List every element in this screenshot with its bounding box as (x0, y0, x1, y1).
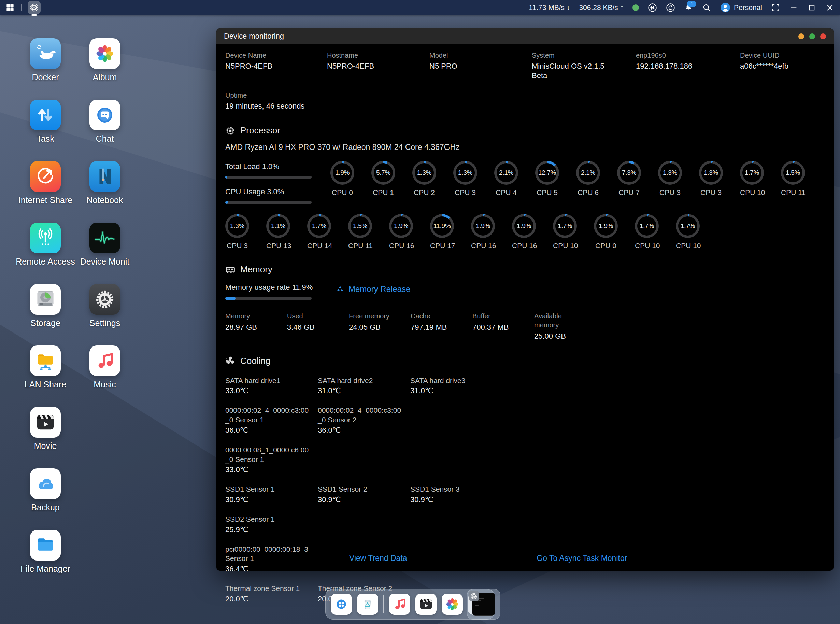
cpu-usage-percent: 1.9% (476, 222, 490, 230)
memory-stat: Memory28.97 GB (225, 312, 287, 341)
cpu-usage-percent: 1.3% (230, 222, 244, 230)
info-field-value: a06c******4efb (740, 62, 820, 71)
desktop-icon-album[interactable]: Album (90, 38, 120, 82)
dock-icon-launcher[interactable] (331, 594, 352, 615)
cpu-core-gauge: 1.7%CPU 10 (676, 214, 700, 250)
desktop-icon-task[interactable]: Task (30, 100, 61, 144)
desktop-icon-storage[interactable]: Storage (30, 284, 61, 328)
memory-stat-value: 3.46 GB (287, 323, 349, 332)
cpu-core-gauge: 1.7%CPU 10 (740, 161, 764, 204)
desktop-icon-music[interactable]: Music (90, 346, 120, 389)
app-grid-icon[interactable] (5, 3, 15, 12)
sensor-name: SSD1 Sensor 1 (225, 484, 310, 494)
ram-icon (225, 264, 236, 275)
memory-stat-value: 28.97 GB (225, 323, 287, 332)
cpu-usage-percent: 2.1% (581, 169, 595, 176)
desktop-icon-movie[interactable]: Movie (30, 407, 61, 451)
fullscreen-icon[interactable] (771, 3, 780, 12)
desktop-icon-device-monitor[interactable]: Device Monit (90, 222, 120, 267)
desktop-icon-column-right: AlbumChatNotebookDevice MonitSettingsMus… (90, 38, 120, 389)
cooling-sensor-row: 0000:00:08_1_0000:c6:00_0 Sensor 133.0℃ (225, 445, 825, 474)
close-icon[interactable] (825, 3, 835, 12)
dock-icon-album[interactable] (442, 594, 463, 615)
minimize-icon[interactable] (789, 3, 798, 12)
info-field-label: Device Name (225, 51, 327, 59)
sensor-name: Thermal zone Sensor 1 (225, 584, 310, 593)
desktop-icon-notebook[interactable]: Notebook (90, 161, 120, 205)
cpu-core-gauge: 1.3%CPU 3 (453, 161, 477, 204)
dock-icon-music[interactable] (389, 594, 410, 615)
memory-release-button[interactable]: Memory Release (335, 283, 410, 294)
running-app-device-monitor[interactable] (28, 1, 41, 14)
settings-icon (93, 288, 116, 311)
cpu-core-label: CPU 3 (225, 242, 249, 250)
info-field: SystemMinisCloud OS v2.1.5 Beta (532, 51, 636, 80)
memory-release-label: Memory Release (349, 284, 410, 294)
user-menu[interactable]: Personal (720, 2, 762, 12)
cpu-usage-percent: 1.7% (312, 222, 326, 230)
desktop-icon-label: Album (93, 73, 117, 82)
sync-icon[interactable] (666, 3, 675, 12)
cpu-usage-percent: 11.9% (434, 222, 451, 230)
uptime-value: 19 minutes, 46 seconds (225, 101, 825, 111)
desktop-icon-label: Docker (32, 73, 59, 82)
memory-stat-label: Buffer (472, 312, 515, 321)
desktop-icon-label: LAN Share (25, 380, 66, 389)
maximize-icon[interactable] (807, 3, 817, 12)
desktop-icon-file-manager[interactable]: File Manager (30, 530, 61, 574)
task-icon (34, 103, 57, 127)
desktop-icon-lan-share[interactable]: LAN Share (30, 346, 61, 389)
search-icon[interactable] (702, 3, 711, 12)
sensor-temperature: 25.9℃ (225, 525, 318, 534)
notifications-bell-icon[interactable]: 1 (684, 3, 693, 12)
desktop-icon-settings[interactable]: Settings (90, 284, 120, 328)
desktop-icon-internet-share[interactable]: Internet Share (30, 161, 61, 205)
cpu-usage-bar (225, 201, 312, 204)
cpu-core-label: CPU 10 (676, 242, 700, 250)
cpu-core-gauge: 1.9%CPU 16 (471, 214, 495, 250)
info-field: Device NameN5PRO-4EFB (225, 51, 327, 80)
minimize-traffic-button[interactable] (798, 34, 804, 39)
desktop-icon-label: Settings (90, 318, 120, 328)
transfer-icon[interactable] (648, 3, 657, 12)
sensor-name: SSD1 Sensor 2 (318, 484, 402, 494)
desktop-icon-remote-access[interactable]: Remote Access (30, 222, 61, 267)
memory-stat-label: Available memory (534, 312, 577, 329)
download-arrow-icon: ↓ (567, 3, 570, 11)
cpu-core-gauge: 1.3%CPU 3 (658, 161, 682, 204)
memory-stat-label: Memory (225, 312, 268, 321)
close-traffic-button[interactable] (820, 34, 826, 39)
desktop-icon-backup[interactable]: Backup (30, 468, 61, 512)
dock-window-thumbnail-slot (467, 589, 500, 619)
memory-stat: Available memory25.00 GB (534, 312, 825, 341)
desktop-icon-chat[interactable]: Chat (90, 100, 120, 144)
info-field-label: enp196s0 (636, 51, 740, 59)
cooling-sensor: SSD1 Sensor 330.9℃ (410, 484, 503, 504)
cpu-core-gauge: 1.3%CPU 2 (412, 161, 436, 204)
status-dot-icon[interactable] (633, 5, 639, 11)
cpu-core-gauge: 1.9%CPU 0 (330, 161, 354, 204)
window-titlebar[interactable]: Device monitoring (216, 28, 834, 44)
dock-icon-movie[interactable] (415, 594, 437, 615)
cpu-core-gauge: 1.7%CPU 10 (553, 214, 577, 250)
maximize-traffic-button[interactable] (809, 34, 815, 39)
device-monitoring-window-thumbnail[interactable] (472, 593, 495, 616)
go-to-async-task-monitor-link[interactable]: Go To Async Task Monitor (537, 554, 627, 563)
upload-arrow-icon: ↑ (620, 3, 624, 11)
fan-icon (225, 356, 236, 366)
sensor-temperature: 30.9℃ (410, 495, 503, 504)
cpu-core-label: CPU 0 (330, 188, 354, 197)
album-icon (93, 42, 116, 65)
running-indicator (31, 14, 37, 16)
desktop-icon-label: Movie (34, 441, 57, 451)
desktop-icon-docker[interactable]: Docker (30, 38, 61, 82)
total-load-bar (225, 176, 312, 179)
window-title: Device monitoring (224, 32, 284, 41)
cpu-core-label: CPU 10 (553, 242, 577, 250)
dock-icon-recycle-bin[interactable] (357, 594, 378, 615)
view-trend-data-link[interactable]: View Trend Data (349, 554, 407, 563)
cpu-core-gauge: 11.9%CPU 17 (430, 214, 454, 250)
network-upload-speed: 306.28 KB/s ↑ (579, 3, 624, 12)
sensor-temperature: 20.0℃ (225, 595, 318, 604)
cpu-usage-percent: 1.9% (335, 169, 349, 176)
